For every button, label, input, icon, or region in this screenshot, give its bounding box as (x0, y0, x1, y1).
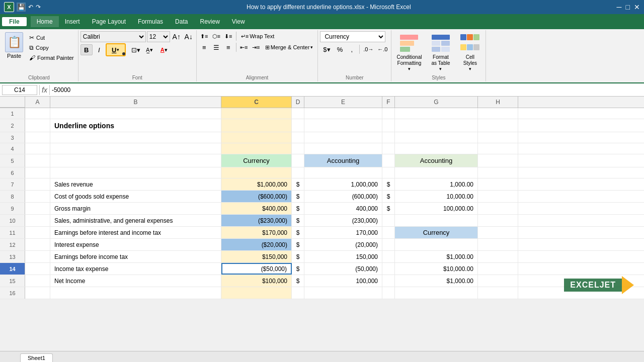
row-header[interactable]: 13 (0, 251, 25, 262)
cell-c15[interactable]: $100,000 (221, 275, 292, 287)
cell-f2[interactable] (382, 119, 395, 132)
right-align-button[interactable]: ≡ (223, 42, 234, 52)
col-header-e[interactable]: E (304, 97, 382, 108)
align-top-button[interactable]: ⬆≡ (199, 31, 210, 41)
cell-g1[interactable] (395, 108, 478, 119)
font-name-select[interactable]: Calibri (80, 31, 146, 42)
review-menu-item[interactable]: Review (194, 16, 225, 27)
data-menu-item[interactable]: Data (169, 16, 194, 27)
cell-c12[interactable]: ($20,000) (221, 239, 292, 250)
col-header-b[interactable]: B (50, 97, 221, 108)
col-header-g[interactable]: G (395, 97, 478, 108)
cell-a3[interactable] (25, 132, 50, 143)
col-header-d[interactable]: D (292, 97, 304, 108)
row-header[interactable]: 7 (0, 178, 25, 190)
formulas-menu-item[interactable]: Formulas (132, 16, 169, 27)
undo-icon[interactable]: ↶ (28, 4, 33, 11)
row-header[interactable]: 12 (0, 239, 25, 250)
cell-c3[interactable] (221, 132, 292, 143)
save-icon[interactable]: 💾 (17, 3, 26, 12)
border-button[interactable]: ⊡▾ (130, 44, 142, 55)
cell-e13[interactable]: 150,000 (304, 251, 382, 262)
cell-g5-accounting-header[interactable]: Accounting (395, 154, 478, 167)
cell-c9[interactable]: $400,000 (221, 203, 292, 214)
decrease-decimal-button[interactable]: ←.0 (376, 44, 389, 55)
cell-a1[interactable] (25, 108, 50, 119)
view-menu-item[interactable]: View (226, 16, 251, 27)
maximize-btn[interactable]: □ (626, 3, 630, 11)
col-header-c[interactable]: C (221, 97, 292, 108)
row-header[interactable]: 5 (0, 154, 25, 167)
row-header[interactable]: 9 (0, 203, 25, 214)
cell-c2[interactable] (221, 119, 292, 132)
file-menu-button[interactable]: File (2, 17, 27, 26)
redo-icon[interactable]: ↷ (36, 4, 41, 11)
row-header[interactable]: 15 (0, 275, 25, 287)
row-header[interactable]: 14 (0, 263, 25, 275)
cell-c1[interactable] (221, 108, 292, 119)
cell-g2[interactable] (395, 119, 478, 132)
cell-e5-accounting-header[interactable]: Accounting (304, 154, 382, 167)
cell-e14[interactable]: (50,000) (304, 263, 382, 275)
cell-e1[interactable] (304, 108, 382, 119)
cell-b13[interactable]: Earnings before income tax (50, 251, 221, 262)
page-layout-menu-item[interactable]: Page Layout (86, 16, 132, 27)
cell-d1[interactable] (292, 108, 304, 119)
cell-b7[interactable]: Sales revenue (50, 178, 221, 190)
merge-center-button[interactable]: ⊞ Merge & Center ▾ (263, 43, 316, 52)
row-header[interactable]: 10 (0, 215, 25, 226)
cell-g13[interactable]: $1,000.00 (395, 251, 478, 262)
cell-g11-currency-header[interactable]: Currency (395, 227, 478, 238)
cell-e7[interactable]: 1,000,000 (304, 178, 382, 190)
close-btn[interactable]: ✕ (634, 3, 640, 11)
align-middle-button[interactable]: ⬡≡ (211, 31, 222, 41)
italic-button[interactable]: I (93, 44, 105, 55)
increase-decimal-button[interactable]: .0→ (362, 44, 375, 55)
cell-e2[interactable] (304, 119, 382, 132)
formula-input[interactable] (52, 85, 642, 95)
row-header[interactable]: 3 (0, 132, 25, 143)
cell-g7[interactable]: 1,000.00 (395, 178, 478, 190)
cell-c8[interactable]: ($600,000) (221, 191, 292, 202)
cell-b1[interactable] (50, 108, 221, 119)
row-header[interactable]: 6 (0, 167, 25, 178)
col-header-a[interactable]: A (25, 97, 50, 108)
cell-a2[interactable] (25, 119, 50, 132)
cell-h2[interactable] (478, 119, 518, 132)
minimize-btn[interactable]: ─ (617, 3, 622, 11)
cell-e8[interactable]: (600,000) (304, 191, 382, 202)
currency-button[interactable]: $▾ (320, 44, 333, 55)
row-header[interactable]: 2 (0, 119, 25, 132)
cell-styles-button[interactable]: CellStyles ▾ (456, 31, 484, 73)
cell-c7[interactable]: $1,000,000 (221, 178, 292, 190)
number-format-select[interactable]: Currency (320, 31, 385, 42)
cell-b11[interactable]: Earnings before interest and income tax (50, 227, 221, 238)
font-size-select[interactable]: 12 (147, 31, 170, 42)
format-table-button[interactable]: Formatas Table ▾ (427, 31, 454, 73)
cell-e10[interactable]: (230,000) (304, 215, 382, 226)
col-header-h[interactable]: H (478, 97, 518, 108)
cell-c11[interactable]: $170,000 (221, 227, 292, 238)
bold-button[interactable]: B (80, 44, 93, 55)
cell-e12[interactable]: (20,000) (304, 239, 382, 250)
cut-button[interactable]: ✂ Cut (27, 33, 76, 42)
center-align-button[interactable]: ☰ (211, 42, 222, 52)
cell-b2[interactable]: Underline options (50, 119, 221, 132)
conditional-formatting-button[interactable]: ConditionalFormatting ▾ (393, 31, 425, 73)
copy-button[interactable]: ⧉ Copy (27, 43, 76, 52)
col-header-f[interactable]: F (382, 97, 395, 108)
cell-f1[interactable] (382, 108, 395, 119)
cell-c5-currency-header[interactable]: Currency (221, 154, 292, 167)
left-align-button[interactable]: ≡ (199, 42, 210, 52)
cell-g15[interactable]: $1,000.00 (395, 275, 478, 287)
cell-b14[interactable]: Income tax expense (50, 263, 221, 275)
row-header[interactable]: 1 (0, 108, 25, 119)
underline-button[interactable]: U ▾ (106, 43, 126, 56)
cell-e11[interactable]: 170,000 (304, 227, 382, 238)
cell-e15[interactable]: 100,000 (304, 275, 382, 287)
cell-b15[interactable]: Net Income (50, 275, 221, 287)
row-header[interactable]: 4 (0, 143, 25, 154)
window-controls[interactable]: ─ □ ✕ (617, 3, 640, 11)
cell-g8[interactable]: 10,000.00 (395, 191, 478, 202)
fill-color-button[interactable]: A̲▾ (142, 44, 156, 55)
